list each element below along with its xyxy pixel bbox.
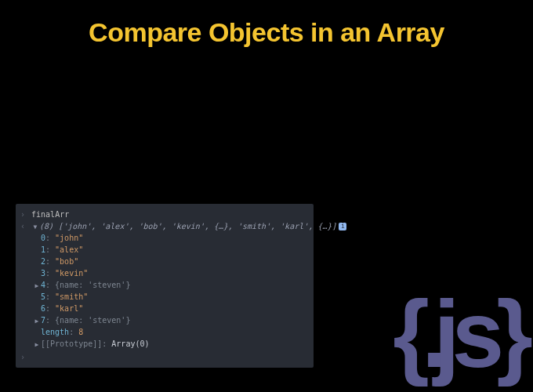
page-title: Compare Objects in an Array bbox=[0, 0, 533, 49]
array-entry[interactable]: ▶7: {name: 'steven'} bbox=[41, 314, 310, 326]
prototype-key: [[Prototype]] bbox=[41, 339, 102, 348]
entry-value: "karl" bbox=[55, 304, 83, 313]
js-logo: {.js} bbox=[393, 280, 525, 388]
array-length-badge: (8) bbox=[39, 222, 53, 230]
array-entry: 3: "kevin" bbox=[41, 267, 310, 279]
array-entry: 5: "smith" bbox=[41, 291, 310, 303]
entry-value: "john" bbox=[55, 234, 83, 242]
expand-down-icon[interactable]: ▼ bbox=[31, 223, 39, 232]
info-badge-icon[interactable]: i bbox=[339, 223, 346, 230]
array-entry: 0: "john" bbox=[41, 232, 310, 244]
expand-right-icon[interactable]: ▶ bbox=[33, 340, 41, 350]
array-entry[interactable]: ▶4: {name: 'steven'} bbox=[41, 279, 310, 291]
length-key: length bbox=[41, 328, 69, 336]
output-caret-icon: ‹ bbox=[19, 220, 27, 232]
entry-value: "kevin" bbox=[55, 269, 88, 278]
length-row: length: 8 bbox=[41, 326, 310, 338]
prototype-value: Array(0) bbox=[111, 339, 149, 348]
entry-value: "smith" bbox=[55, 292, 88, 301]
devtools-console[interactable]: › finalArr ‹ ▼(8) ['john', 'alex', 'bob'… bbox=[16, 204, 314, 368]
expand-right-icon[interactable]: ▶ bbox=[33, 281, 41, 291]
console-input-text: finalArr bbox=[31, 210, 69, 219]
entry-value: "bob" bbox=[55, 257, 78, 266]
array-entries: 0: "john"1: "alex"2: "bob"3: "kevin"▶4: … bbox=[19, 232, 310, 350]
entry-value: "alex" bbox=[55, 245, 83, 254]
console-prompt[interactable]: › bbox=[19, 350, 310, 363]
console-input-row: › finalArr bbox=[19, 209, 310, 220]
array-entry: 6: "karl" bbox=[41, 303, 310, 314]
array-entry: 2: "bob" bbox=[41, 256, 310, 267]
entry-value: {name: 'steven'} bbox=[55, 316, 130, 325]
prototype-row[interactable]: ▶[[Prototype]]: Array(0) bbox=[41, 338, 310, 350]
length-value: 8 bbox=[78, 328, 83, 336]
input-caret-icon: › bbox=[19, 209, 27, 220]
array-entry: 1: "alex" bbox=[41, 244, 310, 256]
entry-value: {name: 'steven'} bbox=[55, 281, 130, 289]
expand-right-icon[interactable]: ▶ bbox=[33, 317, 41, 326]
console-output-summary[interactable]: ‹ ▼(8) ['john', 'alex', 'bob', 'kevin', … bbox=[19, 220, 310, 232]
array-preview: ['john', 'alex', 'bob', 'kevin', {…}, 's… bbox=[58, 222, 336, 230]
